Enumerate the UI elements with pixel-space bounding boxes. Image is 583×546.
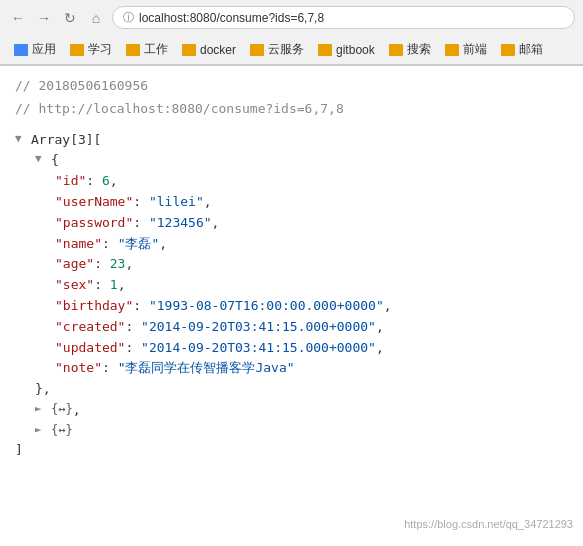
field-updated: "updated": "2014-09-20T03:41:15.000+0000… (15, 338, 568, 359)
field-sex: "sex": 1, (15, 275, 568, 296)
object3-toggle[interactable]: ► (35, 421, 47, 439)
forward-button[interactable]: → (34, 8, 54, 28)
field-id: "id": 6, (15, 171, 568, 192)
json-content: // 20180506160956 // http://localhost:80… (0, 66, 583, 542)
field-note: "note": "李磊同学在传智播客学Java" (15, 358, 568, 379)
object2-toggle[interactable]: ► (35, 400, 47, 418)
object-3-collapsed: ► {↔} (15, 421, 568, 440)
bookmarks-bar: 应用 学习 工作 docker 云服务 gitbook 搜索 前端 (0, 35, 583, 65)
bookmark-学习[interactable]: 学习 (64, 39, 118, 60)
navigation-bar: ← → ↻ ⌂ ⓘ localhost:8080/consume?ids=6,7… (0, 0, 583, 35)
field-name: "name": "李磊", (15, 234, 568, 255)
object-close-line: }, (15, 379, 568, 400)
bookmark-icon (70, 44, 84, 56)
url-text: localhost:8080/consume?ids=6,7,8 (139, 11, 324, 25)
bookmark-搜索[interactable]: 搜索 (383, 39, 437, 60)
bookmark-应用[interactable]: 应用 (8, 39, 62, 60)
object-2-collapsed: ► {↔}, (15, 400, 568, 421)
object-toggle[interactable]: ▼ (35, 150, 47, 168)
array-label: Array[3][ (31, 130, 101, 151)
field-password: "password": "123456", (15, 213, 568, 234)
object-open-line: ▼ { (15, 150, 568, 171)
bookmark-邮箱[interactable]: 邮箱 (495, 39, 549, 60)
back-button[interactable]: ← (8, 8, 28, 28)
bookmark-工作[interactable]: 工作 (120, 39, 174, 60)
reload-button[interactable]: ↻ (60, 8, 80, 28)
bookmark-icon (182, 44, 196, 56)
address-bar[interactable]: ⓘ localhost:8080/consume?ids=6,7,8 (112, 6, 575, 29)
bookmark-icon (318, 44, 332, 56)
array-close-line: ] (15, 440, 568, 461)
field-username: "userName": "lilei", (15, 192, 568, 213)
field-birthday: "birthday": "1993-08-07T16:00:00.000+000… (15, 296, 568, 317)
json-tree: ▼ Array[3][ ▼ { "id": 6, "userName": "li… (15, 130, 568, 461)
bookmark-docker[interactable]: docker (176, 41, 242, 59)
comment-timestamp: // 20180506160956 (15, 76, 568, 97)
array-close: ] (15, 440, 23, 461)
comment-url: // http://localhost:8080/consume?ids=6,7… (15, 99, 568, 120)
bookmark-云服务[interactable]: 云服务 (244, 39, 310, 60)
bookmark-icon (501, 44, 515, 56)
bookmark-icon (126, 44, 140, 56)
field-age: "age": 23, (15, 254, 568, 275)
bookmark-icon (389, 44, 403, 56)
bookmark-前端[interactable]: 前端 (439, 39, 493, 60)
home-button[interactable]: ⌂ (86, 8, 106, 28)
array-toggle[interactable]: ▼ (15, 130, 27, 148)
bookmark-gitbook[interactable]: gitbook (312, 41, 381, 59)
bookmark-icon (14, 44, 28, 56)
lock-icon: ⓘ (123, 10, 134, 25)
array-open-line: ▼ Array[3][ (15, 130, 568, 151)
bookmark-icon (250, 44, 264, 56)
watermark: https://blog.csdn.net/qq_34721293 (404, 516, 573, 534)
field-created: "created": "2014-09-20T03:41:15.000+0000… (15, 317, 568, 338)
bookmark-icon (445, 44, 459, 56)
